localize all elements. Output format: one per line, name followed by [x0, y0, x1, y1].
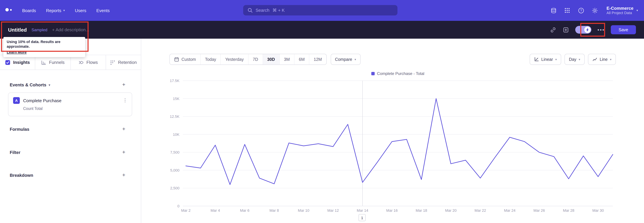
tab-funnels[interactable]: Funnels [36, 55, 71, 70]
nav-events[interactable]: Events [96, 8, 110, 13]
add-event-button[interactable]: + [121, 82, 127, 88]
svg-text:Mar 4: Mar 4 [210, 208, 220, 212]
chevron-down-icon: ▾ [555, 58, 557, 61]
save-button[interactable]: Save [611, 25, 636, 34]
svg-text:Mar 24: Mar 24 [504, 208, 515, 212]
top-nav: Boards Reports▾ Users Events Search ⌘ + … [0, 0, 644, 21]
breakdown-section: Breakdown + [0, 172, 141, 179]
report-header-bar: Untitled Sampled + Add description... ••… [0, 21, 644, 39]
nav-users[interactable]: Users [75, 8, 86, 13]
svg-text:Mar 14: Mar 14 [357, 208, 368, 212]
range-12m[interactable]: 12M [309, 54, 326, 65]
interval-select[interactable]: Day ▾ [564, 54, 585, 65]
svg-text:Mar 10: Mar 10 [298, 208, 309, 212]
chevron-down-icon: ▾ [63, 9, 65, 12]
add-to-board-icon[interactable] [562, 26, 569, 33]
sampling-tooltip-text: Using 10% of data. Results are approxima… [7, 39, 82, 49]
svg-text:Mar 30: Mar 30 [592, 208, 604, 212]
range-30d[interactable]: 30D [262, 54, 279, 65]
svg-text:Mar 18: Mar 18 [416, 208, 427, 212]
apps-grid-icon[interactable] [564, 7, 571, 14]
scale-select[interactable]: Linear ▾ [530, 54, 561, 65]
nav-right: ? E-Commerce All Project Data ▾ [550, 0, 638, 21]
formulas-label: Formulas [10, 127, 29, 132]
sampled-badge: Sampled [32, 27, 48, 32]
event-more-icon[interactable]: ⋮ [123, 97, 128, 103]
pagination-page-1[interactable]: 1 [358, 214, 366, 221]
line-chart-icon [592, 57, 598, 62]
sidebar: Insights Funnels Flows Retention [0, 39, 141, 223]
legend-label: Complete Purchase - Total [377, 71, 424, 76]
tab-retention[interactable]: Retention [106, 55, 141, 70]
search-input[interactable]: Search ⌘ + K [243, 5, 398, 16]
svg-text:Mar 22: Mar 22 [474, 208, 486, 212]
nav-boards[interactable]: Boards [22, 8, 36, 13]
date-range-picker: Custom Today Yesterday 7D 30D 3M 6M 12M [170, 54, 326, 65]
chart-legend[interactable]: Complete Purchase - Total [183, 71, 613, 76]
svg-text:0: 0 [178, 204, 180, 208]
svg-text:?: ? [580, 9, 582, 12]
learn-more-link[interactable]: Learn More [7, 50, 27, 54]
legend-swatch [371, 72, 375, 75]
main-menu: Boards Reports▾ Users Events [22, 0, 110, 21]
nav-reports[interactable]: Reports▾ [46, 8, 65, 13]
chart-area[interactable]: 02,5005,0007,50010K12.5K15K17.5KMar 2Mar… [141, 76, 644, 217]
svg-text:Mar 28: Mar 28 [563, 208, 574, 212]
formulas-section: Formulas + [0, 126, 141, 133]
event-card[interactable]: A Complete Purchase ⋮ Count Total [8, 92, 132, 116]
sampling-toggle[interactable] [575, 26, 591, 34]
search-icon [248, 8, 252, 13]
chevron-down-icon: ▾ [636, 9, 638, 12]
event-metric[interactable]: Count Total [23, 106, 42, 110]
chevron-down-icon: ▾ [579, 58, 580, 61]
range-yesterday[interactable]: Yesterday [220, 54, 248, 65]
svg-text:Mar 16: Mar 16 [386, 208, 398, 212]
filter-label: Filter [10, 150, 20, 155]
funnels-icon [41, 60, 46, 65]
svg-text:15K: 15K [173, 97, 180, 101]
svg-text:Mar 8: Mar 8 [270, 208, 279, 212]
range-today[interactable]: Today [200, 54, 220, 65]
svg-text:Mar 20: Mar 20 [445, 208, 456, 212]
chart-type-select[interactable]: Line ▾ [588, 54, 616, 65]
project-selector[interactable]: E-Commerce All Project Data ▾ [606, 6, 638, 15]
range-3m[interactable]: 3M [279, 54, 294, 65]
svg-text:7,500: 7,500 [170, 150, 180, 154]
gear-icon[interactable] [592, 7, 598, 14]
data-icon[interactable] [550, 7, 557, 14]
help-icon[interactable]: ? [578, 7, 584, 14]
svg-text:12.5K: 12.5K [170, 115, 180, 119]
search-placeholder: Search [256, 8, 269, 13]
range-7d[interactable]: 7D [248, 54, 262, 65]
svg-text:5,000: 5,000 [170, 168, 180, 172]
app: Boards Reports▾ Users Events Search ⌘ + … [0, 0, 644, 223]
link-icon[interactable] [550, 26, 556, 33]
range-6m[interactable]: 6M [294, 54, 309, 65]
chart-svg[interactable]: 02,5005,0007,50010K12.5K15K17.5KMar 2Mar… [141, 76, 644, 217]
svg-text:Mar 2: Mar 2 [181, 208, 190, 212]
report-title[interactable]: Untitled [8, 27, 27, 33]
add-formula-button[interactable]: + [121, 126, 127, 132]
main-content: Custom Today Yesterday 7D 30D 3M 6M 12M … [141, 39, 644, 223]
chevron-down-icon: ▾ [49, 83, 50, 86]
more-menu-icon[interactable]: ••• [598, 28, 605, 31]
filter-section: Filter + [0, 149, 141, 156]
events-cohorts-toggle[interactable]: Events & Cohorts ▾ [10, 82, 50, 87]
search-shortcut: ⌘ + K [272, 8, 284, 13]
retention-icon [110, 60, 116, 65]
range-custom[interactable]: Custom [170, 54, 200, 65]
svg-text:17.5K: 17.5K [170, 79, 180, 83]
add-filter-button[interactable]: + [121, 149, 127, 155]
add-breakdown-button[interactable]: + [121, 172, 127, 178]
svg-text:10K: 10K [173, 133, 180, 137]
tab-insights[interactable]: Insights [0, 55, 36, 70]
event-name[interactable]: Complete Purchase [23, 98, 62, 103]
calendar-icon [174, 57, 179, 62]
svg-text:Mar 12: Mar 12 [327, 208, 339, 212]
compare-button[interactable]: Compare ▾ [330, 54, 360, 65]
tab-flows[interactable]: Flows [70, 55, 106, 70]
add-description[interactable]: + Add description... [52, 27, 89, 32]
svg-text:Mar 26: Mar 26 [534, 208, 545, 212]
breakdown-label: Breakdown [10, 173, 33, 178]
logo[interactable] [5, 8, 12, 12]
